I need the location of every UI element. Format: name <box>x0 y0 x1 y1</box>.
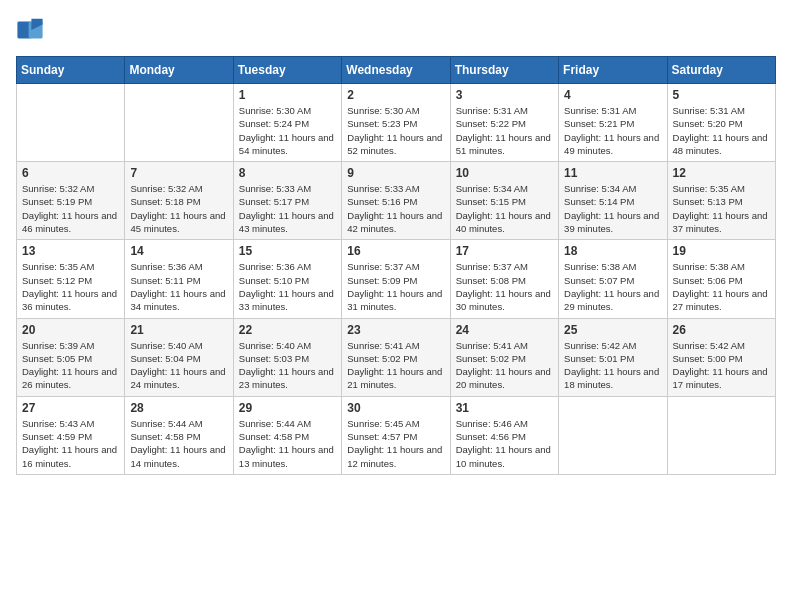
day-number: 16 <box>347 244 444 258</box>
day-info: Sunrise: 5:46 AMSunset: 4:56 PMDaylight:… <box>456 417 553 470</box>
day-info: Sunrise: 5:45 AMSunset: 4:57 PMDaylight:… <box>347 417 444 470</box>
calendar-table: SundayMondayTuesdayWednesdayThursdayFrid… <box>16 56 776 475</box>
day-info: Sunrise: 5:33 AMSunset: 5:17 PMDaylight:… <box>239 182 336 235</box>
day-info: Sunrise: 5:38 AMSunset: 5:07 PMDaylight:… <box>564 260 661 313</box>
day-info: Sunrise: 5:36 AMSunset: 5:10 PMDaylight:… <box>239 260 336 313</box>
day-info: Sunrise: 5:41 AMSunset: 5:02 PMDaylight:… <box>347 339 444 392</box>
day-info: Sunrise: 5:41 AMSunset: 5:02 PMDaylight:… <box>456 339 553 392</box>
logo <box>16 16 46 44</box>
day-info: Sunrise: 5:43 AMSunset: 4:59 PMDaylight:… <box>22 417 119 470</box>
day-number: 27 <box>22 401 119 415</box>
calendar-cell: 5Sunrise: 5:31 AMSunset: 5:20 PMDaylight… <box>667 84 775 162</box>
weekday-header: Tuesday <box>233 57 341 84</box>
calendar-cell: 16Sunrise: 5:37 AMSunset: 5:09 PMDayligh… <box>342 240 450 318</box>
calendar-cell: 15Sunrise: 5:36 AMSunset: 5:10 PMDayligh… <box>233 240 341 318</box>
day-number: 6 <box>22 166 119 180</box>
day-number: 25 <box>564 323 661 337</box>
day-number: 24 <box>456 323 553 337</box>
day-number: 11 <box>564 166 661 180</box>
weekday-header: Wednesday <box>342 57 450 84</box>
weekday-header: Monday <box>125 57 233 84</box>
day-info: Sunrise: 5:42 AMSunset: 5:01 PMDaylight:… <box>564 339 661 392</box>
day-info: Sunrise: 5:31 AMSunset: 5:21 PMDaylight:… <box>564 104 661 157</box>
calendar-body: 1Sunrise: 5:30 AMSunset: 5:24 PMDaylight… <box>17 84 776 475</box>
calendar-cell: 23Sunrise: 5:41 AMSunset: 5:02 PMDayligh… <box>342 318 450 396</box>
day-info: Sunrise: 5:42 AMSunset: 5:00 PMDaylight:… <box>673 339 770 392</box>
day-number: 22 <box>239 323 336 337</box>
day-number: 13 <box>22 244 119 258</box>
day-number: 14 <box>130 244 227 258</box>
day-info: Sunrise: 5:33 AMSunset: 5:16 PMDaylight:… <box>347 182 444 235</box>
calendar-week-row: 27Sunrise: 5:43 AMSunset: 4:59 PMDayligh… <box>17 396 776 474</box>
day-info: Sunrise: 5:40 AMSunset: 5:04 PMDaylight:… <box>130 339 227 392</box>
day-number: 3 <box>456 88 553 102</box>
day-number: 8 <box>239 166 336 180</box>
day-number: 23 <box>347 323 444 337</box>
calendar-cell: 18Sunrise: 5:38 AMSunset: 5:07 PMDayligh… <box>559 240 667 318</box>
calendar-week-row: 6Sunrise: 5:32 AMSunset: 5:19 PMDaylight… <box>17 162 776 240</box>
day-number: 2 <box>347 88 444 102</box>
calendar-cell: 28Sunrise: 5:44 AMSunset: 4:58 PMDayligh… <box>125 396 233 474</box>
day-info: Sunrise: 5:38 AMSunset: 5:06 PMDaylight:… <box>673 260 770 313</box>
day-info: Sunrise: 5:30 AMSunset: 5:23 PMDaylight:… <box>347 104 444 157</box>
weekday-row: SundayMondayTuesdayWednesdayThursdayFrid… <box>17 57 776 84</box>
calendar-cell: 7Sunrise: 5:32 AMSunset: 5:18 PMDaylight… <box>125 162 233 240</box>
day-number: 28 <box>130 401 227 415</box>
calendar-cell: 9Sunrise: 5:33 AMSunset: 5:16 PMDaylight… <box>342 162 450 240</box>
day-info: Sunrise: 5:32 AMSunset: 5:18 PMDaylight:… <box>130 182 227 235</box>
calendar-week-row: 13Sunrise: 5:35 AMSunset: 5:12 PMDayligh… <box>17 240 776 318</box>
calendar-cell <box>559 396 667 474</box>
calendar-cell: 22Sunrise: 5:40 AMSunset: 5:03 PMDayligh… <box>233 318 341 396</box>
day-number: 9 <box>347 166 444 180</box>
day-info: Sunrise: 5:31 AMSunset: 5:20 PMDaylight:… <box>673 104 770 157</box>
day-number: 19 <box>673 244 770 258</box>
day-number: 30 <box>347 401 444 415</box>
day-number: 29 <box>239 401 336 415</box>
day-info: Sunrise: 5:35 AMSunset: 5:12 PMDaylight:… <box>22 260 119 313</box>
day-number: 15 <box>239 244 336 258</box>
day-info: Sunrise: 5:39 AMSunset: 5:05 PMDaylight:… <box>22 339 119 392</box>
calendar-cell: 30Sunrise: 5:45 AMSunset: 4:57 PMDayligh… <box>342 396 450 474</box>
calendar-cell: 27Sunrise: 5:43 AMSunset: 4:59 PMDayligh… <box>17 396 125 474</box>
day-number: 10 <box>456 166 553 180</box>
calendar-cell: 10Sunrise: 5:34 AMSunset: 5:15 PMDayligh… <box>450 162 558 240</box>
logo-icon <box>16 16 44 44</box>
calendar-cell: 6Sunrise: 5:32 AMSunset: 5:19 PMDaylight… <box>17 162 125 240</box>
day-number: 12 <box>673 166 770 180</box>
calendar-cell: 13Sunrise: 5:35 AMSunset: 5:12 PMDayligh… <box>17 240 125 318</box>
day-info: Sunrise: 5:32 AMSunset: 5:19 PMDaylight:… <box>22 182 119 235</box>
day-info: Sunrise: 5:36 AMSunset: 5:11 PMDaylight:… <box>130 260 227 313</box>
day-info: Sunrise: 5:34 AMSunset: 5:15 PMDaylight:… <box>456 182 553 235</box>
day-info: Sunrise: 5:37 AMSunset: 5:09 PMDaylight:… <box>347 260 444 313</box>
day-number: 31 <box>456 401 553 415</box>
day-info: Sunrise: 5:30 AMSunset: 5:24 PMDaylight:… <box>239 104 336 157</box>
day-info: Sunrise: 5:37 AMSunset: 5:08 PMDaylight:… <box>456 260 553 313</box>
calendar-cell: 24Sunrise: 5:41 AMSunset: 5:02 PMDayligh… <box>450 318 558 396</box>
weekday-header: Sunday <box>17 57 125 84</box>
weekday-header: Thursday <box>450 57 558 84</box>
day-info: Sunrise: 5:34 AMSunset: 5:14 PMDaylight:… <box>564 182 661 235</box>
day-number: 7 <box>130 166 227 180</box>
calendar-header: SundayMondayTuesdayWednesdayThursdayFrid… <box>17 57 776 84</box>
weekday-header: Saturday <box>667 57 775 84</box>
calendar-cell: 12Sunrise: 5:35 AMSunset: 5:13 PMDayligh… <box>667 162 775 240</box>
calendar-cell: 1Sunrise: 5:30 AMSunset: 5:24 PMDaylight… <box>233 84 341 162</box>
calendar-cell: 3Sunrise: 5:31 AMSunset: 5:22 PMDaylight… <box>450 84 558 162</box>
day-number: 17 <box>456 244 553 258</box>
day-number: 4 <box>564 88 661 102</box>
day-number: 26 <box>673 323 770 337</box>
calendar-cell: 20Sunrise: 5:39 AMSunset: 5:05 PMDayligh… <box>17 318 125 396</box>
day-info: Sunrise: 5:44 AMSunset: 4:58 PMDaylight:… <box>130 417 227 470</box>
day-number: 18 <box>564 244 661 258</box>
calendar-cell: 25Sunrise: 5:42 AMSunset: 5:01 PMDayligh… <box>559 318 667 396</box>
calendar-cell <box>667 396 775 474</box>
calendar-cell: 17Sunrise: 5:37 AMSunset: 5:08 PMDayligh… <box>450 240 558 318</box>
calendar-week-row: 1Sunrise: 5:30 AMSunset: 5:24 PMDaylight… <box>17 84 776 162</box>
calendar-cell: 19Sunrise: 5:38 AMSunset: 5:06 PMDayligh… <box>667 240 775 318</box>
page-header <box>16 16 776 44</box>
day-number: 1 <box>239 88 336 102</box>
calendar-cell: 29Sunrise: 5:44 AMSunset: 4:58 PMDayligh… <box>233 396 341 474</box>
day-info: Sunrise: 5:44 AMSunset: 4:58 PMDaylight:… <box>239 417 336 470</box>
day-number: 21 <box>130 323 227 337</box>
day-number: 20 <box>22 323 119 337</box>
